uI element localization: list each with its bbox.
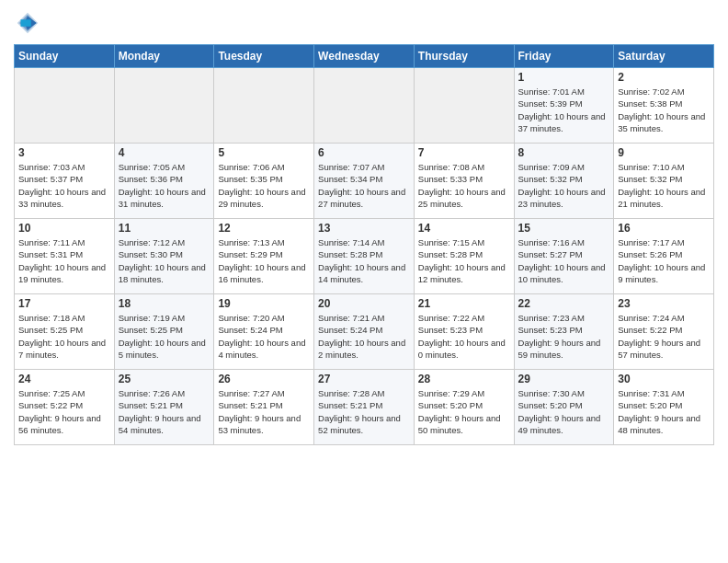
day-info-line: Sunset: 5:39 PM bbox=[518, 98, 610, 109]
day-info-line: Sunset: 5:24 PM bbox=[318, 324, 410, 336]
calendar-cell bbox=[114, 68, 214, 144]
day-info-line: Sunrise: 7:07 AM bbox=[318, 161, 410, 173]
day-info-line: Daylight: 9 hours and 48 minutes. bbox=[618, 412, 710, 437]
day-info-line: Daylight: 10 hours and 23 minutes. bbox=[518, 186, 610, 211]
calendar-week-row: 1Sunrise: 7:01 AMSunset: 5:39 PMDaylight… bbox=[15, 68, 714, 144]
day-info: Sunrise: 7:17 AMSunset: 5:26 PMDaylight:… bbox=[618, 236, 710, 285]
day-number: 18 bbox=[119, 297, 210, 310]
day-info-line: Sunset: 5:21 PM bbox=[318, 399, 410, 411]
day-info-line: Sunset: 5:28 PM bbox=[418, 248, 510, 260]
day-info-line: Sunset: 5:32 PM bbox=[618, 173, 710, 185]
day-info: Sunrise: 7:07 AMSunset: 5:34 PMDaylight:… bbox=[318, 161, 410, 210]
day-info-line: Sunrise: 7:31 AM bbox=[618, 387, 710, 399]
day-info-line: Sunrise: 7:11 AM bbox=[18, 236, 110, 248]
day-info-line: Sunset: 5:20 PM bbox=[518, 399, 610, 411]
calendar-cell: 15Sunrise: 7:16 AMSunset: 5:27 PMDayligh… bbox=[514, 219, 614, 294]
day-number: 6 bbox=[318, 146, 410, 159]
day-number: 24 bbox=[18, 373, 110, 385]
day-info: Sunrise: 7:08 AMSunset: 5:33 PMDaylight:… bbox=[418, 161, 510, 210]
day-info-line: Sunrise: 7:26 AM bbox=[119, 387, 210, 399]
day-info-line: Daylight: 9 hours and 54 minutes. bbox=[119, 412, 210, 437]
calendar-cell: 19Sunrise: 7:20 AMSunset: 5:24 PMDayligh… bbox=[214, 294, 314, 370]
day-info-line: Sunset: 5:29 PM bbox=[218, 248, 310, 260]
day-info-line: Daylight: 10 hours and 35 minutes. bbox=[618, 110, 710, 135]
calendar-cell: 29Sunrise: 7:30 AMSunset: 5:20 PMDayligh… bbox=[514, 370, 614, 445]
day-info-line: Sunset: 5:36 PM bbox=[119, 173, 210, 185]
day-info-line: Daylight: 10 hours and 4 minutes. bbox=[218, 337, 310, 362]
calendar-cell: 28Sunrise: 7:29 AMSunset: 5:20 PMDayligh… bbox=[414, 370, 514, 445]
day-info-line: Daylight: 9 hours and 56 minutes. bbox=[18, 412, 110, 437]
day-info-line: Daylight: 10 hours and 10 minutes. bbox=[518, 261, 610, 286]
day-info-line: Daylight: 9 hours and 53 minutes. bbox=[218, 412, 310, 437]
day-number: 22 bbox=[518, 297, 610, 310]
day-info: Sunrise: 7:18 AMSunset: 5:25 PMDaylight:… bbox=[18, 312, 110, 361]
day-info-line: Sunset: 5:22 PM bbox=[618, 324, 710, 336]
day-info-line: Sunset: 5:27 PM bbox=[518, 248, 610, 260]
day-info-line: Sunrise: 7:27 AM bbox=[218, 387, 310, 399]
day-info-line: Daylight: 10 hours and 37 minutes. bbox=[518, 110, 610, 135]
day-info: Sunrise: 7:10 AMSunset: 5:32 PMDaylight:… bbox=[618, 161, 710, 210]
weekday-header-friday: Friday bbox=[514, 45, 614, 68]
day-info-line: Sunset: 5:33 PM bbox=[418, 173, 510, 185]
calendar-table: SundayMondayTuesdayWednesdayThursdayFrid… bbox=[14, 44, 714, 445]
day-info-line: Daylight: 10 hours and 19 minutes. bbox=[18, 261, 110, 286]
day-info-line: Sunset: 5:32 PM bbox=[518, 173, 610, 185]
day-info-line: Sunset: 5:38 PM bbox=[618, 98, 710, 109]
calendar-cell: 24Sunrise: 7:25 AMSunset: 5:22 PMDayligh… bbox=[15, 370, 115, 445]
day-info-line: Sunrise: 7:05 AM bbox=[119, 161, 210, 173]
calendar-cell: 1Sunrise: 7:01 AMSunset: 5:39 PMDaylight… bbox=[514, 68, 614, 144]
day-info: Sunrise: 7:29 AMSunset: 5:20 PMDaylight:… bbox=[418, 387, 510, 436]
day-number: 4 bbox=[119, 146, 210, 159]
calendar-cell: 18Sunrise: 7:19 AMSunset: 5:25 PMDayligh… bbox=[114, 294, 214, 370]
day-number: 13 bbox=[318, 222, 410, 235]
day-info-line: Daylight: 9 hours and 52 minutes. bbox=[318, 412, 410, 437]
day-number: 30 bbox=[618, 373, 710, 385]
day-info-line: Sunrise: 7:16 AM bbox=[518, 236, 610, 248]
day-number: 25 bbox=[119, 373, 210, 385]
day-number: 15 bbox=[518, 222, 610, 235]
day-info-line: Daylight: 10 hours and 9 minutes. bbox=[618, 261, 710, 286]
calendar-cell: 11Sunrise: 7:12 AMSunset: 5:30 PMDayligh… bbox=[114, 219, 214, 294]
day-number: 20 bbox=[318, 297, 410, 310]
day-info: Sunrise: 7:12 AMSunset: 5:30 PMDaylight:… bbox=[119, 236, 210, 285]
day-number: 26 bbox=[218, 373, 310, 385]
day-info-line: Sunset: 5:22 PM bbox=[18, 399, 110, 411]
calendar-week-row: 17Sunrise: 7:18 AMSunset: 5:25 PMDayligh… bbox=[15, 294, 714, 370]
day-info-line: Daylight: 10 hours and 31 minutes. bbox=[119, 186, 210, 211]
day-number: 29 bbox=[518, 373, 610, 385]
day-number: 19 bbox=[218, 297, 310, 310]
day-info: Sunrise: 7:14 AMSunset: 5:28 PMDaylight:… bbox=[318, 236, 410, 285]
calendar-cell: 23Sunrise: 7:24 AMSunset: 5:22 PMDayligh… bbox=[614, 294, 714, 370]
calendar-cell: 14Sunrise: 7:15 AMSunset: 5:28 PMDayligh… bbox=[414, 219, 514, 294]
day-info-line: Daylight: 9 hours and 50 minutes. bbox=[418, 412, 510, 437]
day-number: 8 bbox=[518, 146, 610, 159]
calendar-cell: 30Sunrise: 7:31 AMSunset: 5:20 PMDayligh… bbox=[614, 370, 714, 445]
calendar-cell: 6Sunrise: 7:07 AMSunset: 5:34 PMDaylight… bbox=[314, 144, 415, 219]
calendar-week-row: 3Sunrise: 7:03 AMSunset: 5:37 PMDaylight… bbox=[15, 144, 714, 219]
day-info-line: Sunset: 5:35 PM bbox=[218, 173, 310, 185]
day-info: Sunrise: 7:05 AMSunset: 5:36 PMDaylight:… bbox=[119, 161, 210, 210]
day-number: 23 bbox=[618, 297, 710, 310]
day-info: Sunrise: 7:02 AMSunset: 5:38 PMDaylight:… bbox=[618, 86, 710, 134]
day-info-line: Sunrise: 7:21 AM bbox=[318, 312, 410, 324]
calendar-cell: 12Sunrise: 7:13 AMSunset: 5:29 PMDayligh… bbox=[214, 219, 314, 294]
day-info-line: Daylight: 10 hours and 0 minutes. bbox=[418, 337, 510, 362]
day-number: 14 bbox=[418, 222, 510, 235]
day-number: 7 bbox=[418, 146, 510, 159]
day-info-line: Daylight: 10 hours and 27 minutes. bbox=[318, 186, 410, 211]
day-info-line: Daylight: 10 hours and 12 minutes. bbox=[418, 261, 510, 286]
day-info-line: Sunrise: 7:28 AM bbox=[318, 387, 410, 399]
weekday-header-wednesday: Wednesday bbox=[314, 45, 415, 68]
logo bbox=[14, 9, 43, 37]
calendar-cell: 2Sunrise: 7:02 AMSunset: 5:38 PMDaylight… bbox=[614, 68, 714, 144]
day-info: Sunrise: 7:23 AMSunset: 5:23 PMDaylight:… bbox=[518, 312, 610, 361]
day-info-line: Sunrise: 7:06 AM bbox=[218, 161, 310, 173]
day-info: Sunrise: 7:03 AMSunset: 5:37 PMDaylight:… bbox=[18, 161, 110, 210]
weekday-header-row: SundayMondayTuesdayWednesdayThursdayFrid… bbox=[15, 45, 714, 68]
day-number: 11 bbox=[119, 222, 210, 235]
day-info: Sunrise: 7:16 AMSunset: 5:27 PMDaylight:… bbox=[518, 236, 610, 285]
svg-marker-2 bbox=[21, 19, 31, 27]
day-info-line: Sunset: 5:30 PM bbox=[119, 248, 210, 260]
day-info: Sunrise: 7:28 AMSunset: 5:21 PMDaylight:… bbox=[318, 387, 410, 436]
day-info-line: Daylight: 10 hours and 2 minutes. bbox=[318, 337, 410, 362]
